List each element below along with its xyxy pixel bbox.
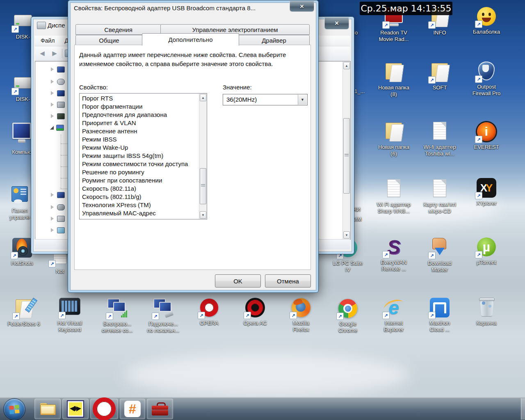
value-combobox[interactable]: 36(20MHz) ▼ [223,94,308,105]
taskbar-toolbox-button[interactable] [147,399,173,419]
property-item[interactable]: Порог RTS [80,94,199,103]
menu-file[interactable]: Файл [41,37,55,44]
scroll-up-icon[interactable]: ▲ [200,94,206,101]
desktop-icon-wifi-toshiba[interactable]: Wi-fi адаптерToshiba wl... [420,121,459,157]
combobox-dropdown-button[interactable]: ▼ [298,95,307,105]
taskbar-hash-app-button[interactable]: # [120,399,145,419]
tree-node[interactable] [51,226,65,234]
collapse-icon[interactable] [51,103,54,107]
scroll-up-icon[interactable]: ▲ [343,62,350,69]
combobox-value: 36(20MHz) [226,96,257,103]
listbox-scrollbar[interactable]: ▲ ▼ [199,94,207,219]
desktop-icon-xyplorer[interactable]: XY ↗ XYplorer [467,177,506,207]
property-item[interactable]: Технология XPress (TM) [80,201,199,209]
tree-node[interactable] [51,101,65,108]
taskbar-thebat-button[interactable] [62,399,89,419]
tree-node[interactable] [51,215,65,222]
desktop-icon-everest[interactable]: i ↗ EVEREST [467,121,506,151]
property-item[interactable]: Режим защиты IBSS 54g(tm) [80,152,199,160]
scrollbar-thumb[interactable] [343,118,350,194]
property-item[interactable]: Управляемый MAC-адрес [80,209,199,217]
start-button[interactable] [3,398,25,420]
property-item[interactable]: Режим Wake-Up [80,144,199,152]
tree-node[interactable] [51,66,65,73]
desktop-icon-outpost[interactable]: ↗ OutpostFirewall Pro [467,61,506,97]
desktop-icon-internet-explorer[interactable]: e ↗ InternetExplorer [374,297,413,333]
taskbar-explorer-button[interactable] [34,399,61,419]
property-listbox[interactable]: Порог RTS Порог фрагментации Предпочтени… [79,93,207,219]
tree-node[interactable] [51,78,65,85]
property-item[interactable]: Режим IBSS [80,135,199,144]
desktop-icon-memory-card[interactable]: Карту пам'ятімікро-CD [420,178,459,215]
shortcut-arrow-icon: ↗ [244,312,251,319]
property-item[interactable]: Предпочтения для диапазона [80,111,199,119]
tree-node[interactable] [51,191,65,199]
collapse-icon[interactable] [51,80,54,84]
property-item[interactable]: Роуминг при сопоставлении [80,176,199,185]
taskbar[interactable]: # RU ? ▼ 71 65 [0,397,525,420]
property-item[interactable]: Скорость (802.11a) [80,185,199,193]
tree-node[interactable] [51,112,65,120]
dialog-title: Свойства: Беспроводной адаптер USB Broad… [74,5,256,11]
desktop-icon-wireless-connection[interactable]: ↗ Беспрово...сетевое со... [98,298,137,334]
adapter-properties-dialog[interactable]: Свойства: Беспроводной адаптер USB Broad… [68,0,319,293]
back-icon[interactable]: ◀ [37,49,47,58]
cancel-button[interactable]: Отмена [265,274,311,288]
desktop-icon-maxthon[interactable]: ↗ MaxthonCloud ... [420,297,459,333]
desktop-icon-download-master[interactable]: ↗ DownloadMaster [420,237,459,273]
taskbar-opera-button[interactable] [90,399,118,419]
desktop-icon-balabolka[interactable]: ↗ Балаболка [467,6,506,35]
tree-scrollbar[interactable]: ▲ ▼ [342,62,350,239]
property-item[interactable]: Разнесение антенн [80,127,199,135]
tab-driver[interactable]: Драйвер [238,35,310,46]
property-item[interactable]: Режим совместимости точки доступа [80,160,199,168]
desktop-icon-hot-virtual-keyboard[interactable]: ↗ Hot VirtualKeyboard [50,297,89,333]
scroll-down-icon[interactable]: ▼ [343,231,350,239]
close-button[interactable]: × [290,1,314,12]
collapse-icon[interactable] [51,193,54,197]
shortcut-arrow-icon: ↗ [58,312,66,319]
tree-node[interactable] [51,89,65,97]
desktop-icon-opera-ac[interactable]: ↗ Opera AC [235,297,275,326]
icon-label: Wi Fi адаптер [374,201,413,208]
desktop-icon-wifi-sharp[interactable]: Wi Fi адаптерSharp WN8... [374,178,413,215]
collapse-icon[interactable] [51,67,54,71]
icon-label: Google [328,321,368,327]
icon-label: Maxthon [420,320,459,326]
ok-button[interactable]: OK [215,274,261,288]
cloud-decoration [123,353,410,398]
scroll-down-icon[interactable]: ▼ [200,211,206,219]
shortcut-arrow-icon: ↗ [475,192,482,199]
collapse-icon[interactable] [51,205,54,209]
desktop-icon-everywan[interactable]: S ↗ EveryWANRemote ... [374,236,413,272]
icon-label: LG PC Suite [328,260,368,267]
desktop-icon-utorrent[interactable]: µ ↗ µTorrent [467,236,506,266]
collapse-icon[interactable] [51,114,54,118]
forward-icon[interactable]: ▶ [50,49,59,58]
tab-general[interactable]: Общие [75,35,143,46]
tab-advanced-active[interactable]: Дополнительно [142,33,239,46]
collapse-icon[interactable] [51,91,54,95]
desktop-icon-foldersizes[interactable]: ↗ FolderSizes 6 [4,298,43,327]
collapse-icon[interactable] [51,228,54,232]
property-item[interactable]: Порог фрагментации [80,103,199,111]
tree-node-expanded[interactable] [50,124,64,131]
desktop-icon-opera[interactable]: ↗ OPERA [189,297,229,326]
property-item[interactable]: Приоритет & VLAN [80,119,199,127]
desktop-icon-firefox[interactable]: ↗ MozillaFirefox [281,297,321,333]
desktop-icon-soft[interactable]: ↗ SOFT [420,62,459,91]
desktop-icon-recycle-bin[interactable]: Корзина [467,297,506,326]
tree-node[interactable] [51,203,65,211]
expand-icon[interactable] [50,126,54,130]
scrollbar-thumb[interactable] [200,168,206,204]
icon-label: EVEREST [467,144,506,151]
desktop-icon-new-folder-8[interactable]: Новая папка(8) [374,62,413,98]
desktop-icon-chrome[interactable]: ↗ GoogleChrome [328,298,368,334]
property-item[interactable]: Решение по роумингу [80,168,199,176]
property-item[interactable]: Скорость (802.11b/g) [80,193,199,201]
collapse-icon[interactable] [51,217,54,221]
close-button[interactable]: × [324,17,349,30]
show-desktop-button[interactable] [521,398,525,420]
desktop-icon-new-folder-6[interactable]: Новая папка(6) [374,121,413,157]
desktop-icon-lan-connection[interactable]: ↗ Подключе...по локальн... [144,298,183,334]
